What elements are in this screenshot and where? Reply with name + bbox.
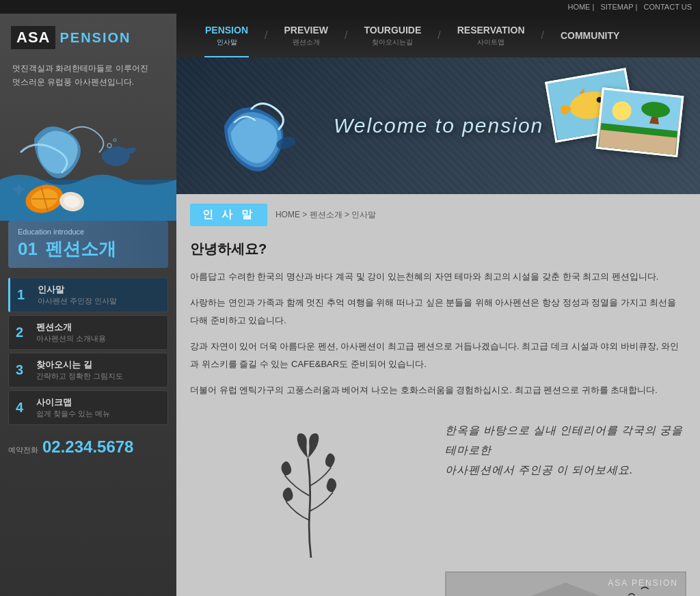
paragraph-4: 더불어 유럽 엔틱가구의 고풍스러움과 베어져 나오는 호화스러움을 경험하십시…	[190, 381, 686, 399]
menu-item-4[interactable]: 4 사이크맵 쉽게 찾을수 있는 메뉴	[8, 390, 168, 425]
main-content: PENSION 인사말 / PREVIEW 펜션소개 / TOURGUIDE 찾…	[176, 14, 700, 596]
menu-item-2[interactable]: 2 펜션소개 아사펜션의 소개내용	[8, 315, 168, 350]
nav-sep-4: /	[540, 14, 546, 57]
svg-point-7	[107, 144, 111, 148]
sidebar-menu: 1 인사말 아사펜션 주인장 인사말 2 펜션소개 아사펜션의 소개내용 3 찾…	[8, 277, 168, 425]
menu-num-2: 2	[16, 325, 29, 340]
content-body: 안녕하세요? 아름답고 수려한 한국의 명산과 바다 계곡 및 강이 있는천혜의…	[176, 233, 700, 596]
calli-section: 한옥을 바탕으로 실내 인테리어를 각국의 궁을 테마로한 아사펜션에서 주인공…	[445, 421, 686, 558]
text-section: 안녕하세요? 아름답고 수려한 한국의 명산과 바다 계곡 및 강이 있는천혜의…	[190, 240, 686, 407]
nav-pension[interactable]: PENSION 인사말	[190, 14, 263, 57]
menu-num-1: 1	[17, 287, 31, 303]
hero-welcome-text: Welcome to pension	[334, 114, 543, 137]
nav-sep-2: /	[343, 14, 349, 57]
menu-title-1: 인사말	[38, 284, 117, 296]
menu-sub-2: 아사펜션의 소개내용	[36, 334, 106, 344]
house-section: ASA PENSION	[445, 571, 686, 596]
home-link[interactable]: HOME	[567, 3, 590, 11]
sitemap-link[interactable]: SITEMAP	[600, 3, 633, 11]
plant-svg	[263, 421, 359, 558]
nav-preview[interactable]: PREVIEW 펜션소개	[269, 14, 343, 57]
photo-beach-inner	[598, 90, 682, 154]
plant-section	[190, 421, 431, 558]
paragraph-3: 강과 자연이 있어 더욱 아름다운 펜션, 아사펜션이 최고급 펜션으로 거듭나…	[190, 338, 686, 373]
hero-banner: Welcome to pension	[176, 57, 700, 194]
greeting-title: 안녕하세요?	[190, 240, 686, 258]
content-area: 인 사 말 HOME > 펜션소개 > 인사말 안녕하세요? 아름답고 수려한 …	[176, 194, 700, 596]
logo-asa: ASA	[11, 26, 55, 49]
photo-card-beach	[596, 87, 684, 157]
menu-item-1[interactable]: 1 인사말 아사펜션 주인장 인사말	[8, 277, 168, 312]
photos-stack	[550, 64, 686, 187]
sidebar: ASA PENSION 멋진객실과 화려한테마들로 이루어진 멋스러운 유럽풍 …	[0, 14, 176, 596]
top-bar: HOME | SITEMAP | CONTACT US	[0, 0, 700, 14]
menu-title-2: 펜션소개	[36, 321, 106, 334]
hero-wave-svg	[211, 85, 320, 194]
paragraph-2: 사랑하는 연인과 가족과 함께 멋진 추억 여행을 위해 떠나고 싶은 분들을 …	[190, 294, 686, 329]
paragraph-1: 아름답고 수려한 한국의 명산과 바다 계곡 및 강이 있는천혜의 자연 테마와…	[190, 268, 686, 286]
phone-area: 예약전화 02.234.5678	[8, 437, 168, 457]
house-image: ASA PENSION	[445, 571, 686, 596]
starfish-icon: ✦	[10, 178, 27, 201]
edu-label: Education introduce	[18, 228, 159, 236]
svg-point-8	[113, 139, 116, 141]
wave-decoration-svg: ✦	[0, 98, 176, 221]
menu-title-4: 사이크맵	[36, 396, 110, 409]
calli-text: 한옥을 바탕으로 실내 인테리어를 각국의 궁을 테마로한 아사펜션에서 주인공…	[445, 421, 686, 480]
menu-num-4: 4	[16, 400, 29, 416]
menu-sub-3: 간략하고 정확한 그림지도	[36, 371, 123, 381]
breadcrumb-bar: 인 사 말 HOME > 펜션소개 > 인사말	[176, 194, 700, 233]
edu-title: 01 펜션소개	[18, 237, 159, 261]
menu-item-3[interactable]: 3 찾아오시는 길 간략하고 정확한 그림지도	[8, 353, 168, 388]
education-section: Education introduce 01 펜션소개	[8, 221, 168, 268]
house-label: ASA PENSION	[608, 578, 678, 588]
menu-num-3: 3	[16, 362, 29, 378]
contact-link[interactable]: CONTACT US	[644, 3, 692, 11]
menu-title-3: 찾아오시는 길	[36, 359, 123, 371]
menu-sub-1: 아사펜션 주인장 인사말	[38, 296, 117, 306]
logo-pension: PENSION	[59, 30, 131, 46]
menu-sub-4: 쉽게 찾을수 있는 메뉴	[36, 409, 110, 419]
header-nav: PENSION 인사말 / PREVIEW 펜션소개 / TOURGUIDE 찾…	[176, 14, 700, 57]
sidebar-decoration: ✦	[0, 98, 176, 221]
logo-area: ASA PENSION	[0, 14, 176, 56]
nav-reservation[interactable]: RESERVATION 사이트맵	[442, 14, 540, 57]
phone-label: 예약전화	[8, 445, 38, 455]
breadcrumb-path: HOME > 펜션소개 > 인사말	[275, 209, 376, 221]
nav-tourguide[interactable]: TOURGUIDE 찾아오시는길	[349, 14, 437, 57]
sidebar-tagline: 멋진객실과 화려한테마들로 이루어진 멋스러운 유럽풍 아사펜션입니다.	[0, 56, 176, 98]
nav-sep-3: /	[436, 14, 442, 57]
phone-number: 02.234.5678	[42, 437, 133, 457]
nav-sep-1: /	[263, 14, 269, 57]
nav-community[interactable]: COMMUNITY	[546, 14, 634, 57]
page-tag: 인 사 말	[190, 204, 267, 226]
